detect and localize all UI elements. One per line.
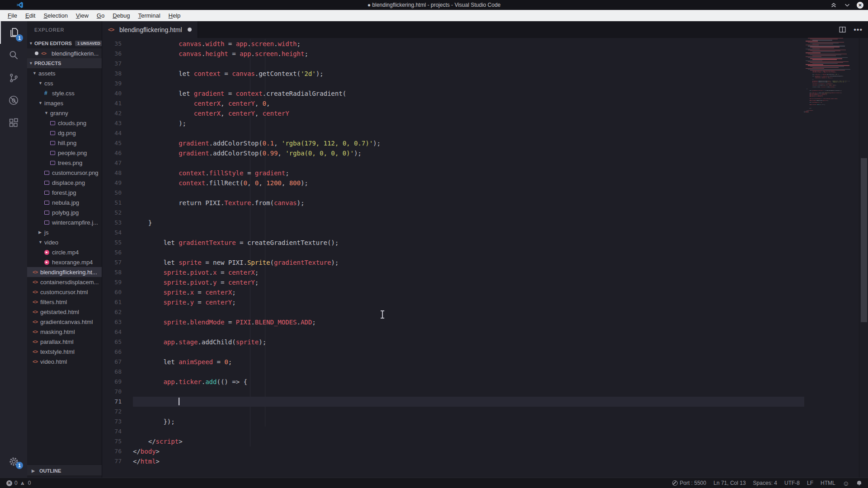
tree-item-css[interactable]: ▼css xyxy=(27,78,102,88)
menu-terminal[interactable]: Terminal xyxy=(134,11,164,20)
status-spaces-4[interactable]: Spaces: 4 xyxy=(753,480,777,486)
code-line-37[interactable]: 37 xyxy=(102,59,804,69)
tree-item-masking.html[interactable]: <>masking.html xyxy=(27,327,102,337)
code-line-64[interactable]: 64 xyxy=(102,327,804,337)
code-line-53[interactable]: 53 } xyxy=(102,218,804,228)
status-smiley[interactable]: ☺ xyxy=(843,480,849,487)
code-line-76[interactable]: 76</body> xyxy=(102,446,804,456)
code-line-44[interactable]: 44 xyxy=(102,128,804,138)
code-line-47[interactable]: 47 xyxy=(102,158,804,168)
menu-debug[interactable]: Debug xyxy=(108,11,134,20)
code-line-68[interactable]: 68 xyxy=(102,367,804,377)
tree-item-assets[interactable]: ▼assets xyxy=(27,68,102,78)
tab-blendingflickering[interactable]: <> blendingflickering.html xyxy=(102,21,198,38)
code-line-72[interactable]: 72 xyxy=(102,407,804,417)
tree-item-textstyle.html[interactable]: <>textstyle.html xyxy=(27,347,102,357)
code-line-67[interactable]: 67 let animSpeed = 0; xyxy=(102,357,804,367)
code-line-70[interactable]: 70 xyxy=(102,387,804,397)
split-editor-button[interactable] xyxy=(839,26,846,33)
code-line-57[interactable]: 57 let sprite = new PIXI.Sprite(gradient… xyxy=(102,258,804,267)
tree-item-nebula.jpg[interactable]: nebula.jpg xyxy=(27,197,102,207)
activity-search-button[interactable] xyxy=(0,44,27,66)
code-line-46[interactable]: 46 gradient.addColorStop(0.99, 'rgba(0, … xyxy=(102,148,804,158)
code-line-55[interactable]: 55 let gradientTexture = createGradientT… xyxy=(102,238,804,248)
code-line-60[interactable]: 60 sprite.x = centerX; xyxy=(102,287,804,297)
tree-item-style.css[interactable]: #style.css xyxy=(27,88,102,98)
code-line-63[interactable]: 63 sprite.blendMode = PIXI.BLEND_MODES.A… xyxy=(102,317,804,327)
vertical-scrollbar[interactable] xyxy=(859,38,868,478)
tree-item-polybg.jpg[interactable]: polybg.jpg xyxy=(27,207,102,217)
open-editor-item[interactable]: <> blendingflickerin... xyxy=(27,48,102,58)
code-line-40[interactable]: 40 let gradient = context.createRadialGr… xyxy=(102,89,804,99)
status-utf-8[interactable]: UTF-8 xyxy=(784,480,800,486)
tree-item-dg.png[interactable]: dg.png xyxy=(27,128,102,138)
menu-help[interactable]: Help xyxy=(165,11,185,20)
tree-item-getstarted.html[interactable]: <>getstarted.html xyxy=(27,307,102,317)
code-line-52[interactable]: 52 xyxy=(102,208,804,218)
code-line-69[interactable]: 69 app.ticker.add(() => { xyxy=(102,377,804,387)
code-line-75[interactable]: 75 </script> xyxy=(102,436,804,446)
status-html[interactable]: HTML xyxy=(821,480,835,486)
tree-item-video.html[interactable]: <>video.html xyxy=(27,357,102,366)
code-line-36[interactable]: 36 canvas.height = app.screen.height; xyxy=(102,49,804,59)
tree-item-wintercampfire.j...[interactable]: wintercampfire.j... xyxy=(27,217,102,227)
tree-item-trees.png[interactable]: trees.png xyxy=(27,158,102,168)
minimap[interactable]: canvas.width = app.screen.width; canvas.… xyxy=(804,38,859,478)
code-line-59[interactable]: 59 sprite.pivot.y = centerY; xyxy=(102,277,804,287)
settings-gear-button[interactable]: 1 xyxy=(0,451,27,471)
tree-item-forest.jpg[interactable]: forest.jpg xyxy=(27,188,102,197)
status-port-5500[interactable]: Port : 5500 xyxy=(672,480,707,486)
menu-go[interactable]: Go xyxy=(93,11,108,20)
code-line-50[interactable]: 50 xyxy=(102,188,804,198)
code-line-54[interactable]: 54 xyxy=(102,228,804,238)
code-line-58[interactable]: 58 sprite.pivot.x = centerX; xyxy=(102,267,804,277)
tree-item-hexorange.mp4[interactable]: ▶hexorange.mp4 xyxy=(27,257,102,267)
tree-item-images[interactable]: ▼images xyxy=(27,98,102,108)
activity-source-control-button[interactable] xyxy=(0,66,27,89)
code-editor[interactable]: 35 canvas.width = app.screen.width;36 ca… xyxy=(102,38,804,478)
code-line-56[interactable]: 56 xyxy=(102,248,804,258)
tree-item-people.png[interactable]: people.png xyxy=(27,148,102,158)
code-line-71[interactable]: 71 xyxy=(102,397,804,407)
code-line-77[interactable]: 77</html> xyxy=(102,456,804,466)
code-line-38[interactable]: 38 let context = canvas.getContext('2d')… xyxy=(102,69,804,79)
scrollbar-thumb[interactable] xyxy=(861,158,867,322)
tree-item-parallax.html[interactable]: <>parallax.html xyxy=(27,337,102,347)
tree-item-displace.png[interactable]: displace.png xyxy=(27,178,102,188)
menu-view[interactable]: View xyxy=(72,11,93,20)
code-line-42[interactable]: 42 centerX, centerY, centerY xyxy=(102,108,804,118)
status-bell[interactable] xyxy=(857,481,862,486)
open-editors-header[interactable]: ▼ OPEN EDITORS 1 UNSAVED xyxy=(27,38,102,48)
activity-debug-button[interactable] xyxy=(0,89,27,112)
code-line-39[interactable]: 39 xyxy=(102,79,804,89)
keep-above-button[interactable] xyxy=(830,1,838,9)
code-line-41[interactable]: 41 centerX, centerY, 0, xyxy=(102,99,804,108)
code-line-48[interactable]: 48 context.fillStyle = gradient; xyxy=(102,168,804,178)
minimize-button[interactable] xyxy=(843,1,851,9)
outline-section-header[interactable]: ▶ OUTLINE xyxy=(27,465,102,475)
code-line-51[interactable]: 51 return PIXI.Texture.from(canvas); xyxy=(102,198,804,208)
tree-item-video[interactable]: ▼video xyxy=(27,237,102,247)
tree-item-customcursor.png[interactable]: customcursor.png xyxy=(27,168,102,178)
code-line-45[interactable]: 45 gradient.addColorStop(0.1, 'rgba(179,… xyxy=(102,138,804,148)
tree-item-filters.html[interactable]: <>filters.html xyxy=(27,297,102,307)
menu-file[interactable]: File xyxy=(4,11,21,20)
tree-item-blendingflickering.ht...[interactable]: <>blendingflickering.ht... xyxy=(27,267,102,277)
tree-item-containersdisplacem...[interactable]: <>containersdisplacem... xyxy=(27,277,102,287)
status-lf[interactable]: LF xyxy=(807,480,813,486)
projects-section-header[interactable]: ▼ PROJECTS xyxy=(27,58,102,68)
problems-status[interactable]: ✕ 0 ▲! 0 xyxy=(6,480,31,486)
activity-extensions-button[interactable] xyxy=(0,112,27,134)
close-button[interactable]: ✕ xyxy=(857,2,863,9)
tree-item-js[interactable]: ▶js xyxy=(27,227,102,237)
tree-item-circle.mp4[interactable]: ▶circle.mp4 xyxy=(27,247,102,257)
code-line-73[interactable]: 73 }); xyxy=(102,417,804,427)
code-line-65[interactable]: 65 app.stage.addChild(sprite); xyxy=(102,337,804,347)
more-actions-button[interactable]: ••• xyxy=(854,26,863,34)
code-line-35[interactable]: 35 canvas.width = app.screen.width; xyxy=(102,39,804,49)
code-line-74[interactable]: 74 xyxy=(102,427,804,436)
menu-selection[interactable]: Selection xyxy=(39,11,71,20)
tree-item-clouds.png[interactable]: clouds.png xyxy=(27,118,102,128)
modified-dot-icon[interactable] xyxy=(188,28,192,32)
tree-item-granny[interactable]: ▼granny xyxy=(27,108,102,118)
